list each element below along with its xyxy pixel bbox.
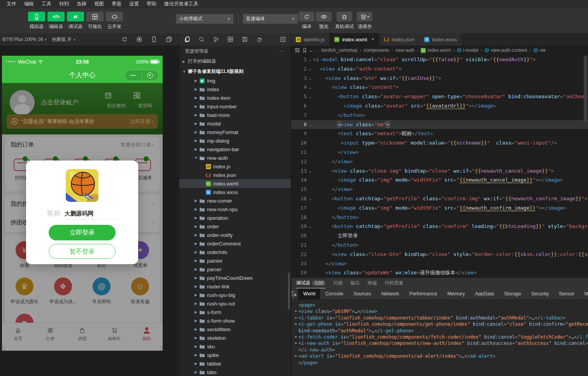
code-line-7[interactable]: 7 </button> [291, 111, 588, 120]
tree-item-rush-spu-col[interactable]: ▶rush-spu-col [179, 299, 291, 308]
editor-tab-index.wxss[interactable]: Sindex.wxss [419, 33, 462, 46]
more-menu-button[interactable]: ••• [125, 73, 142, 78]
toolbar-button-云开发[interactable]: 云开发 [104, 12, 125, 30]
layout-icon[interactable] [227, 36, 233, 42]
skip-login-button[interactable]: 暂不登录 [49, 244, 116, 259]
tree-item-seckillItem[interactable]: ▶seckillItem [179, 325, 291, 334]
menu-item-界面[interactable]: 界面 [108, 0, 125, 8]
debugger-tab-输出[interactable]: 输出 [350, 278, 360, 288]
wxml-node-6[interactable]: ▶<i-new-auth is="lionfish_comshop/compon… [294, 340, 588, 346]
code-line-12[interactable]: 12 </view> [291, 157, 588, 166]
action-编译[interactable]: 编译 [299, 12, 314, 30]
editor-scrollbar[interactable] [584, 56, 587, 122]
tree-item-index-item[interactable]: ▶index-item [179, 94, 291, 102]
device-select[interactable]: 6/7/8 Plus 100% 16▼ [0, 37, 49, 42]
tree-item-navigation-bar[interactable]: ▶navigation-bar [179, 145, 291, 154]
tree-item-painter[interactable]: ▶painter [179, 256, 291, 265]
menu-item-工具[interactable]: 工具 [38, 0, 55, 8]
inspect-element-icon[interactable] [291, 288, 298, 300]
tree-item-input-number[interactable]: ▶input-number [179, 102, 291, 111]
breadcrumb-item-vie[interactable]: vie [534, 48, 546, 53]
menu-item-设置[interactable]: 设置 [126, 0, 142, 8]
breadcrumb-item-lionfish_comshop[interactable]: lionfish_comshop [321, 48, 358, 53]
close-minimize-button[interactable] [142, 72, 159, 78]
explorer-more-button[interactable]: ··· [279, 48, 285, 54]
wxml-node-1[interactable]: ▶<view class="pb100">…</view> [294, 308, 588, 314]
devtools-tab-Security[interactable]: Security [526, 288, 554, 300]
tree-item-img[interactable]: ▶▦img [179, 76, 291, 85]
code-line-16[interactable]: 16⌄ <button catchtap="getProfile" class=… [291, 194, 588, 203]
menu-item-视图[interactable]: 视图 [91, 0, 107, 8]
devtools-tab-Wxml[interactable]: Wxml [298, 288, 320, 300]
debugger-tab-终端[interactable]: 终端 [367, 278, 377, 288]
tree-item-orderInfo[interactable]: ▶orderInfo [179, 248, 291, 256]
menu-item-帮助[interactable]: 帮助 [143, 0, 160, 8]
wxml-node-4[interactable]: bind:needauth="authModal">…</i-get-phone… [294, 328, 588, 334]
breadcrumb-item-components[interactable]: components [364, 48, 389, 53]
wxml-node-7[interactable]: </i-new-auth> [294, 347, 588, 353]
menu-item-编辑[interactable]: 编辑 [21, 0, 37, 8]
code-line-17[interactable]: 17 <image class="img" mode="widthFix" sr… [291, 203, 588, 213]
code-line-3[interactable]: 3⌄ <view class="btn" wx:if="{{canIUse}}"… [291, 74, 588, 83]
action-预览[interactable]: 预览 [316, 12, 332, 30]
devtools-tab-Sensor[interactable]: Sensor [554, 288, 579, 300]
code-line-22[interactable]: 22 <view class="close-btn" bindtap="clos… [291, 250, 588, 259]
tree-item-load-more[interactable]: ▶load-more [179, 111, 291, 119]
explorer-scrollbar[interactable] [288, 273, 290, 310]
code-line-11[interactable]: 11 </view> [291, 148, 588, 157]
source-control-icon[interactable] [213, 36, 219, 42]
tree-item-sku[interactable]: ▶sku [179, 342, 291, 351]
tree-item-order-notify[interactable]: ▶order-notify [179, 231, 291, 239]
code-line-23[interactable]: 23 </view> [291, 259, 588, 268]
toolbar-button-可视化[interactable]: 可视化 [85, 12, 105, 30]
wxml-node-3[interactable]: ▶<i-get-phone is="lionfish_comshop/compo… [294, 321, 588, 327]
code-area[interactable]: 1⌄<i-modal bind:cancel="close" scrollUp=… [291, 55, 588, 277]
code-line-21[interactable]: 21 </button> [291, 240, 588, 250]
wxml-node-9[interactable]: </page> [294, 360, 588, 366]
code-line-20[interactable]: 20 立即登录 [291, 231, 588, 240]
login-now-button[interactable]: 立即登录 [49, 225, 116, 240]
breadcrumb-item-new-auth[interactable]: new-auth [395, 48, 414, 53]
debugger-tab-调试器[interactable]: 调试器2,59 [296, 278, 325, 288]
tree-item-index[interactable]: ▶index [179, 85, 291, 94]
tree-item-s-form[interactable]: ▶s-form [179, 308, 291, 316]
breadcrumb-item-i-modal[interactable]: i-modal [457, 48, 478, 53]
tree-item-tabs[interactable]: ▶tabs [179, 368, 291, 376]
devtools-tab-AppData[interactable]: AppData [470, 288, 499, 300]
tree-item-tabbar[interactable]: ▶tabbar [179, 359, 291, 368]
devtools-tab-Performance[interactable]: Performance [404, 288, 442, 300]
wxml-node-2[interactable]: ▶<i-tabbar is="lionfish_comshop/componen… [294, 315, 588, 321]
code-line-8[interactable]: 8⌄ <view class="nm"> [291, 120, 588, 129]
list-icon[interactable] [294, 47, 300, 53]
refresh-icon[interactable] [121, 36, 128, 42]
nickname-input[interactable]: 大鹏源码网 [65, 210, 117, 219]
code-line-1[interactable]: 1⌄<i-modal bind:cancel="close" scrollUp=… [291, 55, 588, 64]
editor-tab-siteinfo.js[interactable]: JSsiteinfo.js [291, 33, 330, 46]
tree-item-rush-spu-big[interactable]: ▶rush-spu-big [179, 291, 291, 299]
hot-reload-toggle[interactable]: 热重载 开▼ [49, 36, 78, 43]
code-line-5[interactable]: 5⌄ <button class="avatar-wrapper" open-t… [291, 92, 588, 101]
tree-item-index.wxss[interactable]: Sindex.wxss [179, 188, 291, 196]
tree-item-parser[interactable]: ▶parser [179, 265, 291, 274]
tree-item-mp-dialog[interactable]: ▶mp-dialog [179, 136, 291, 145]
tree-item-skeleton[interactable]: ▶skeleton [179, 334, 291, 342]
code-line-13[interactable]: 13⌄ <view class="close-img" bindtap="clo… [291, 166, 588, 176]
save-icon[interactable] [242, 36, 248, 42]
devtools-tab-Mock[interactable]: Mock [579, 288, 588, 300]
tree-item-moneyFormat[interactable]: ▶moneyFormat [179, 128, 291, 136]
tree-item-router-link[interactable]: ▶router-link [179, 282, 291, 291]
code-line-14[interactable]: 14 <image class="img" mode="widthFix" sr… [291, 175, 588, 185]
windows-icon[interactable] [166, 36, 172, 42]
tree-item-orderComment[interactable]: ▶orderComment [179, 239, 291, 248]
devtools-tab-Memory[interactable]: Memory [442, 288, 470, 300]
code-line-18[interactable]: 18 </button> [291, 213, 588, 222]
project-root-section[interactable]: ▼ 狮子鱼修复前端11.8新规则 [179, 67, 291, 76]
code-line-19[interactable]: 19⌄ <button catchtap="getProfile" class=… [291, 222, 588, 231]
devtools-tab-Storage[interactable]: Storage [499, 288, 526, 300]
devtools-tab-Console[interactable]: Console [320, 288, 348, 300]
menu-item-转到[interactable]: 转到 [56, 0, 72, 8]
tree-item-spike[interactable]: ▶spike [179, 351, 291, 359]
editor-tab-index.json[interactable]: {..}index.json [379, 33, 420, 46]
tree-item-new-auth[interactable]: ▼new-auth [179, 154, 291, 162]
menu-item-选择[interactable]: 选择 [73, 0, 90, 8]
